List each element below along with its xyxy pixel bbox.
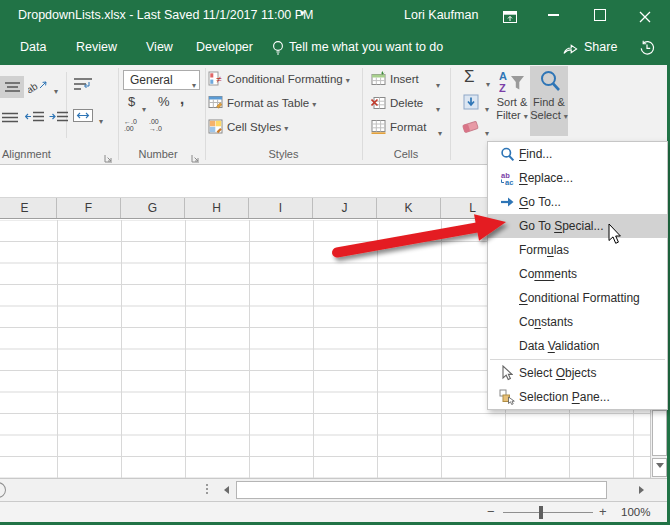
menu-separator <box>490 359 665 360</box>
menu-item-conditional-formatting[interactable]: Conditional Formatting <box>488 286 667 310</box>
zoom-slider-track[interactable] <box>503 512 593 513</box>
scroll-left-icon[interactable] <box>220 486 229 494</box>
menu-item-comments[interactable]: Comments <box>488 262 667 286</box>
insert-cells-icon <box>371 71 386 90</box>
fill-icon[interactable] <box>463 94 479 114</box>
vertical-scroll-thumb[interactable] <box>652 410 667 456</box>
autosum-icon[interactable]: Σ <box>464 67 475 87</box>
increase-indent-icon[interactable] <box>49 109 68 127</box>
menu-item-find[interactable]: Find... <box>488 142 667 166</box>
format-button[interactable]: Format <box>390 121 426 133</box>
new-sheet-button-partial[interactable] <box>0 482 6 498</box>
find-select-label-line1: Find & <box>530 96 568 108</box>
decrease-decimal-button[interactable]: .00 →.0 <box>149 118 162 132</box>
replace-icon: abac <box>495 171 519 186</box>
sort-filter-label-line2: Filter <box>492 109 532 121</box>
percent-format-button[interactable]: % <box>158 94 170 109</box>
sort-filter-button[interactable]: AZ Sort & Filter <box>492 66 532 136</box>
tab-view[interactable]: View <box>146 30 173 65</box>
orientation-caret-icon[interactable] <box>51 80 58 98</box>
maximize-icon[interactable] <box>594 9 606 21</box>
orientation-icon[interactable]: ab <box>28 78 48 97</box>
alignment-inner-separator <box>66 72 67 138</box>
document-title: DropdownLists.xlsx - Last Saved 11/1/201… <box>18 8 314 22</box>
merge-center-icon[interactable] <box>73 108 93 126</box>
column-header-e[interactable]: E <box>0 198 57 218</box>
column-header-j[interactable]: J <box>313 198 377 218</box>
select-objects-icon <box>495 365 519 381</box>
svg-text:≠: ≠ <box>216 74 222 85</box>
svg-text:Z: Z <box>499 82 506 94</box>
menu-item-label: Formulas <box>519 243 569 257</box>
format-caret-icon[interactable] <box>435 122 442 140</box>
conditional-formatting-button[interactable]: Conditional Formatting <box>227 73 350 85</box>
align-bottom-icon[interactable] <box>2 109 18 127</box>
merge-center-caret-icon[interactable] <box>96 110 103 128</box>
menu-item-label: Data Validation <box>519 339 600 353</box>
number-group-label: Number <box>118 148 198 160</box>
status-bar: − + 100% <box>0 501 670 522</box>
delete-caret-icon[interactable] <box>433 98 440 116</box>
title-dropdown-caret-icon[interactable]: ▾ <box>300 8 305 18</box>
tell-me-box[interactable]: Tell me what you want to do <box>289 30 443 65</box>
find-select-label-line2: Select <box>530 109 568 121</box>
close-icon[interactable] <box>639 9 651 27</box>
window-bottom-border <box>0 522 670 525</box>
group-separator <box>118 68 119 160</box>
insert-button[interactable]: Insert <box>390 73 419 85</box>
alignment-group-label: Alignment <box>2 148 51 160</box>
menu-item-replace[interactable]: abac Replace... <box>488 166 667 190</box>
tab-review[interactable]: Review <box>76 30 117 65</box>
decrease-indent-icon[interactable] <box>25 109 44 127</box>
wrap-text-icon[interactable] <box>73 77 93 96</box>
clear-icon[interactable] <box>462 120 480 138</box>
column-header-i[interactable]: I <box>249 198 313 218</box>
menu-item-data-validation[interactable]: Data Validation <box>488 334 667 358</box>
tab-data[interactable]: Data <box>20 30 46 65</box>
format-as-table-icon <box>208 95 223 114</box>
delete-button[interactable]: Delete <box>390 97 423 109</box>
zoom-level[interactable]: 100% <box>621 506 650 518</box>
minimize-icon[interactable] <box>548 14 559 16</box>
horizontal-scroll-thumb[interactable] <box>236 481 607 499</box>
fill-caret-icon[interactable] <box>482 98 489 116</box>
autosum-caret-icon[interactable] <box>483 73 490 91</box>
menu-item-label: Constants <box>519 315 573 329</box>
menu-item-go-to-special[interactable]: Go To Special... <box>488 214 667 238</box>
currency-format-button[interactable]: $ <box>128 94 135 109</box>
scrollbar-splitter-handle[interactable] <box>206 484 208 486</box>
number-dialog-launcher-icon[interactable] <box>191 149 200 167</box>
menu-item-selection-pane[interactable]: Selection Pane... <box>488 385 667 409</box>
number-format-caret-icon[interactable] <box>189 74 196 92</box>
zoom-slider-thumb[interactable] <box>539 506 543 519</box>
insert-caret-icon[interactable] <box>433 74 440 92</box>
column-header-h[interactable]: H <box>185 198 249 218</box>
excel-window: DropdownLists.xlsx - Last Saved 11/1/201… <box>0 0 670 527</box>
align-center-button[interactable] <box>0 76 24 98</box>
menu-item-formulas[interactable]: Formulas <box>488 238 667 262</box>
find-select-button[interactable]: Find & Select <box>530 66 568 136</box>
menu-item-constants[interactable]: Constants <box>488 310 667 334</box>
increase-decimal-button[interactable]: ←.0 .00 <box>124 118 137 132</box>
alignment-dialog-launcher-icon[interactable] <box>104 149 113 167</box>
column-header-f[interactable]: F <box>57 198 121 218</box>
history-icon[interactable] <box>639 40 655 60</box>
tab-developer[interactable]: Developer <box>196 30 253 65</box>
column-header-g[interactable]: G <box>121 198 185 218</box>
column-header-k[interactable]: K <box>377 198 441 218</box>
menu-item-go-to[interactable]: Go To... <box>488 190 667 214</box>
cell-styles-button[interactable]: Cell Styles <box>227 121 288 133</box>
format-as-table-button[interactable]: Format as Table <box>227 97 316 109</box>
comma-format-button[interactable]: , <box>180 90 184 107</box>
zoom-in-icon[interactable]: + <box>599 504 607 519</box>
menu-item-select-objects[interactable]: Select Objects <box>488 361 667 385</box>
zoom-out-icon[interactable]: − <box>487 504 495 519</box>
scroll-down-button[interactable] <box>652 458 667 477</box>
scroll-right-icon[interactable] <box>639 486 648 494</box>
ribbon-display-options-icon[interactable] <box>503 9 517 27</box>
currency-caret-icon[interactable] <box>139 98 146 116</box>
share-button[interactable]: Share <box>584 30 617 65</box>
find-icon <box>495 147 519 162</box>
horizontal-scrollbar-row <box>0 478 670 501</box>
clear-caret-icon[interactable] <box>482 122 489 140</box>
